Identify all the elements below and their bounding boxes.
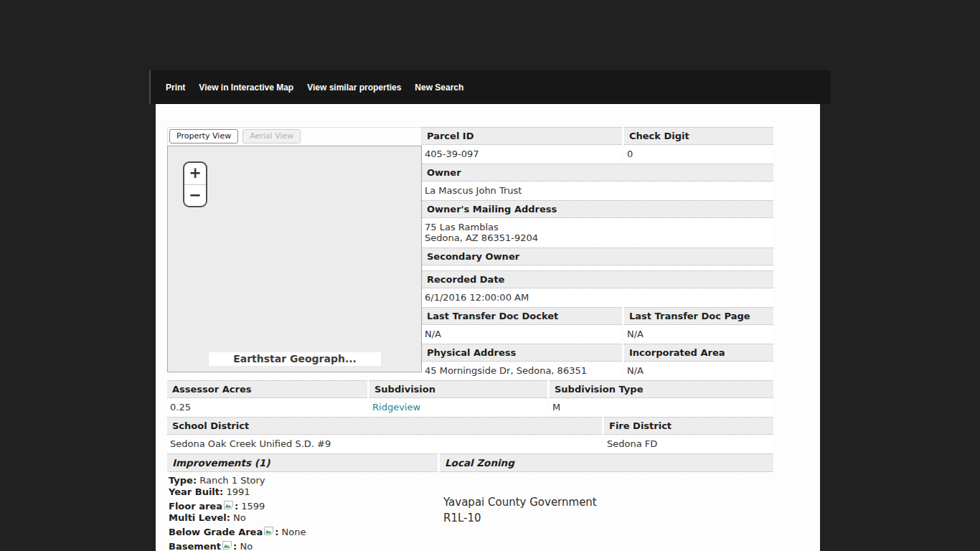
improvement-floor-label: Floor area	[169, 501, 222, 512]
recorded-date-header: Recorded Date	[422, 270, 773, 288]
mailing-address-header: Owner's Mailing Address	[422, 200, 773, 218]
improvement-floor-value: 1599	[241, 501, 265, 512]
improvement-year-built: Year Built: 1991	[169, 486, 435, 497]
improvement-basement: Basement: No	[169, 540, 435, 551]
assessor-acres-value: 0.25	[167, 398, 367, 417]
parcel-id-value: 405-39-097	[422, 145, 622, 164]
colon: :	[233, 541, 237, 551]
improvement-type: Type: Ranch 1 Story	[169, 474, 435, 486]
new-search-link[interactable]: New Search	[415, 83, 463, 93]
recorded-date-value: 6/1/2016 12:00:00 AM	[422, 288, 773, 307]
subdivision-header: Subdivision	[369, 380, 547, 398]
mailing-address-line2: Sedona, AZ 86351-9204	[425, 232, 769, 243]
improvement-multi-value: No	[233, 512, 246, 523]
tab-aerial-view[interactable]: Aerial View	[242, 129, 301, 143]
improvement-below-label: Below Grade Area	[169, 527, 263, 537]
similar-properties-link[interactable]: View similar properties	[307, 83, 401, 93]
improvement-below-grade: Below Grade Area: None	[169, 525, 435, 537]
improvement-basement-value: No	[240, 541, 253, 551]
broken-image-icon	[263, 526, 274, 538]
map-zoom-control: + −	[183, 161, 207, 207]
parcel-info-table: Assessor Acres Subdivision Subdivision T…	[167, 380, 773, 551]
subdivision-type-value: M	[550, 398, 773, 417]
parcel-id-header: Parcel ID	[422, 127, 622, 145]
owner-value: La Mascus John Trust	[422, 182, 773, 200]
improvement-floor-area: Floor area: 1599	[169, 499, 435, 512]
check-digit-value: 0	[624, 145, 773, 164]
broken-image-icon	[223, 500, 234, 512]
zoning-code: R1L-10	[443, 511, 773, 527]
improvements-header: Improvements (1)	[167, 453, 438, 472]
improvement-multi-level: Multi Level: No	[169, 512, 435, 523]
tab-property-view[interactable]: Property View	[169, 129, 238, 143]
interactive-map-link[interactable]: View in Interactive Map	[199, 83, 293, 93]
fire-district-value: Sedona FD	[604, 435, 773, 453]
doc-docket-header: Last Transfer Doc Docket	[422, 307, 622, 325]
owner-header: Owner	[422, 164, 773, 182]
incorporated-area-header: Incorporated Area	[624, 344, 773, 362]
broken-image-icon	[222, 540, 232, 551]
secondary-owner-header: Secondary Owner	[422, 248, 773, 265]
school-district-header: School District	[167, 417, 602, 435]
improvement-type-label: Type:	[169, 475, 197, 486]
improvement-year-label: Year Built:	[169, 486, 223, 497]
local-zoning-content: Yavapai County Government R1L-10	[440, 472, 773, 551]
fire-district-header: Fire District	[604, 417, 773, 435]
secondary-owner-value	[422, 265, 773, 270]
improvement-multi-label: Multi Level:	[169, 512, 230, 523]
zoom-in-button[interactable]: +	[184, 163, 206, 185]
top-navbar: Print View in Interactive Map View simil…	[149, 70, 830, 104]
school-district-value: Sedona Oak Creek Unified S.D. #9	[167, 435, 602, 453]
subdivision-link[interactable]: Ridgeview	[372, 402, 420, 413]
improvement-type-value: Ranch 1 Story	[199, 475, 265, 486]
assessor-acres-header: Assessor Acres	[167, 380, 367, 398]
doc-docket-value: N/A	[422, 325, 622, 344]
property-record-panel: Property View Aerial View + − Earthstar …	[156, 104, 820, 551]
doc-page-value: N/A	[624, 325, 773, 344]
check-digit-header: Check Digit	[624, 127, 773, 145]
incorporated-area-value: N/A	[624, 362, 773, 380]
improvement-year-value: 1991	[226, 486, 250, 497]
map-canvas[interactable]: + − Earthstar Geograph...	[167, 146, 422, 372]
zoom-out-button[interactable]: −	[184, 185, 206, 207]
parcel-detail-table: Parcel ID Check Digit 405-39-097 0 Owner…	[422, 127, 773, 380]
mailing-address-value: 75 Las Ramblas Sedona, AZ 86351-9204	[422, 218, 773, 248]
physical-address-header: Physical Address	[422, 344, 622, 362]
improvements-content: Type: Ranch 1 Story Year Built: 1991 Flo…	[167, 472, 438, 551]
zoning-authority: Yavapai County Government	[443, 495, 773, 511]
colon: :	[275, 527, 278, 537]
local-zoning-header: Local Zoning	[440, 453, 773, 472]
doc-page-header: Last Transfer Doc Page	[624, 307, 773, 325]
map-widget: Property View Aerial View + − Earthstar …	[167, 127, 422, 380]
mailing-address-line1: 75 Las Ramblas	[425, 222, 769, 232]
print-link[interactable]: Print	[166, 83, 185, 93]
improvement-basement-label: Basement	[169, 541, 221, 551]
map-attribution: Earthstar Geograph...	[209, 352, 381, 366]
physical-address-value: 45 Morningside Dr, Sedona, 86351	[422, 362, 622, 380]
improvement-below-value: None	[282, 527, 306, 537]
map-view-tabs: Property View Aerial View	[167, 127, 422, 146]
colon: :	[235, 501, 238, 512]
subdivision-type-header: Subdivision Type	[550, 380, 773, 398]
